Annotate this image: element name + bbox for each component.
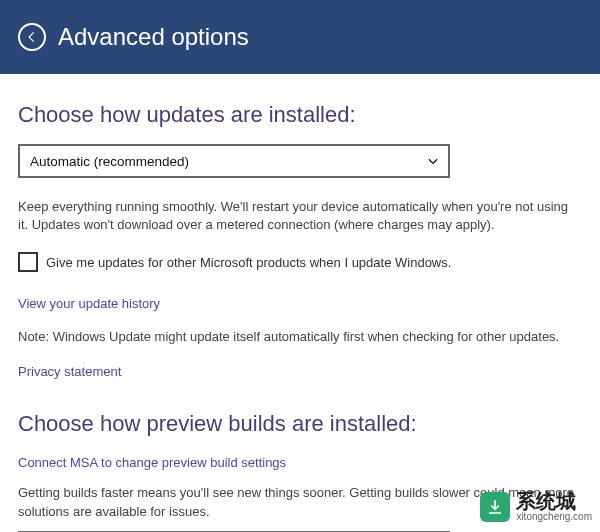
page-title: Advanced options	[58, 23, 249, 51]
self-update-note: Note: Windows Update might update itself…	[18, 329, 578, 344]
ms-products-checkbox-row: Give me updates for other Microsoft prod…	[18, 252, 582, 272]
content-area: Choose how updates are installed: Automa…	[0, 74, 600, 532]
updates-heading: Choose how updates are installed:	[18, 102, 582, 128]
preview-description: Getting builds faster means you'll see n…	[18, 484, 578, 520]
preview-heading: Choose how preview builds are installed:	[18, 411, 582, 437]
titlebar: Advanced options	[0, 0, 600, 74]
connect-msa-link[interactable]: Connect MSA to change preview build sett…	[18, 455, 286, 470]
update-history-link[interactable]: View your update history	[18, 296, 160, 311]
update-mode-value: Automatic (recommended)	[30, 154, 189, 169]
privacy-statement-link[interactable]: Privacy statement	[18, 364, 121, 379]
back-button[interactable]	[18, 23, 46, 51]
ms-products-checkbox-label: Give me updates for other Microsoft prod…	[46, 255, 451, 270]
updates-description: Keep everything running smoothly. We'll …	[18, 198, 578, 234]
ms-products-checkbox[interactable]	[18, 252, 38, 272]
arrow-left-icon	[25, 30, 39, 44]
chevron-down-icon	[426, 154, 440, 168]
update-mode-select[interactable]: Automatic (recommended)	[18, 144, 450, 178]
